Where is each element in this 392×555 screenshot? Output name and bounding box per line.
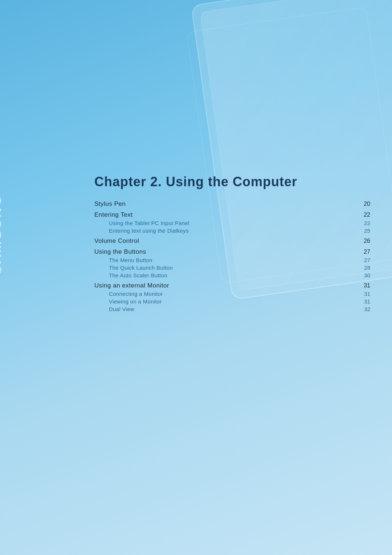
toc-row-buttons: Using the Buttons 27 (94, 248, 370, 256)
toc-page-entering-text: 22 (359, 212, 370, 218)
toc-page-quick-launch: 28 (359, 265, 370, 271)
toc-item-connecting: Connecting a Monitor (94, 291, 163, 297)
toc-item-auto-scaler: The Auto Scaler Button (94, 272, 167, 278)
toc-row-monitor: Using an external Monitor 31 (94, 281, 370, 290)
toc-page-volume: 26 (359, 238, 370, 244)
chapter-title: Chapter 2. Using the Computer (94, 174, 370, 189)
samsung-logo: SAMSUNG (0, 193, 4, 274)
toc-item-volume: Volume Control (94, 237, 139, 245)
toc-section-volume: Volume Control 26 (94, 237, 370, 245)
toc-item-dialkeys: Entering text using the Dialkeys (94, 228, 189, 234)
toc-row-menu-button: The Menu Button 27 (94, 256, 370, 264)
toc-page-menu-button: 27 (359, 257, 370, 263)
toc-page-auto-scaler: 30 (359, 272, 370, 278)
toc-page-stylus-pen: 20 (359, 201, 370, 207)
content-area: Chapter 2. Using the Computer Stylus Pen… (94, 174, 370, 315)
toc-row-volume: Volume Control 26 (94, 237, 370, 245)
toc-page-connecting: 31 (359, 291, 370, 297)
toc-row-connecting: Connecting a Monitor 31 (94, 290, 370, 298)
toc-page-viewing: 31 (359, 298, 370, 305)
toc-item-viewing: Viewing on a Monitor (94, 298, 162, 305)
toc-page-dual-view: 32 (359, 306, 370, 312)
toc-item-dual-view: Dual View (94, 306, 134, 312)
toc-row-auto-scaler: The Auto Scaler Button 30 (94, 272, 370, 279)
toc-item-stylus-pen: Stylus Pen (94, 200, 126, 208)
toc-page-tablet-pc: 22 (359, 220, 370, 226)
toc-row-dialkeys: Entering text using the Dialkeys 25 (94, 227, 370, 234)
toc-page-dialkeys: 25 (359, 228, 370, 234)
toc-page-buttons: 27 (359, 249, 370, 255)
toc-section-stylus: Stylus Pen 20 (94, 200, 370, 208)
toc-item-menu-button: The Menu Button (94, 257, 152, 263)
toc-item-monitor: Using an external Monitor (94, 282, 169, 289)
toc-row-entering-text: Entering Text 22 (94, 211, 370, 219)
toc-item-buttons: Using the Buttons (94, 248, 146, 256)
toc-row-dual-view: Dual View 32 (94, 305, 370, 313)
toc-container: Stylus Pen 20 Entering Text 22 Using the… (94, 200, 370, 313)
toc-row-main: Stylus Pen 20 (94, 200, 370, 208)
toc-item-tablet-pc: Using the Tablet PC Input Panel (94, 220, 189, 226)
toc-item-quick-launch: The Quick Launch Button (94, 265, 173, 271)
toc-section-buttons: Using the Buttons 27 The Menu Button 27 … (94, 248, 370, 279)
toc-row-quick-launch: The Quick Launch Button 28 (94, 264, 370, 272)
toc-item-entering-text: Entering Text (94, 211, 132, 219)
toc-section-entering-text: Entering Text 22 Using the Tablet PC Inp… (94, 211, 370, 234)
toc-page-monitor: 31 (359, 282, 370, 289)
toc-row-tablet-pc: Using the Tablet PC Input Panel 22 (94, 219, 370, 227)
toc-section-monitor: Using an external Monitor 31 Connecting … (94, 281, 370, 313)
toc-row-viewing: Viewing on a Monitor 31 (94, 298, 370, 305)
